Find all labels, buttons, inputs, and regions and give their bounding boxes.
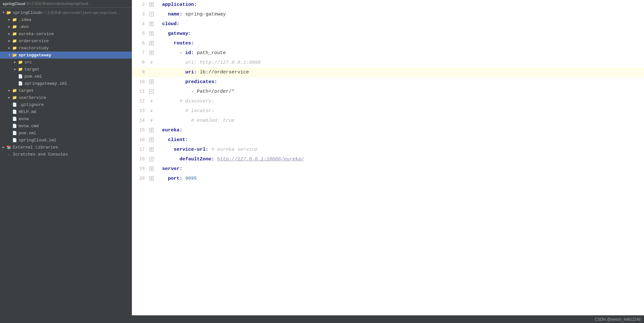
fold-button[interactable]: ▽ bbox=[149, 166, 154, 171]
fold-icon[interactable]: # bbox=[148, 106, 155, 116]
tree-arrow[interactable]: ▶ bbox=[7, 89, 12, 92]
tree-arrow[interactable]: ▶ bbox=[13, 67, 17, 71]
line-number: 12 bbox=[132, 97, 148, 106]
fold-icon[interactable]: # bbox=[148, 97, 155, 106]
fold-icon[interactable]: ▽ bbox=[148, 145, 155, 155]
code-line-6: 6▽ routes: bbox=[132, 39, 644, 48]
tree-arrow[interactable]: ▶ bbox=[7, 32, 12, 36]
tree-item-scratches[interactable]: ✏Scratches and Consoles bbox=[0, 151, 132, 158]
fold-icon[interactable]: ▽ bbox=[148, 0, 155, 10]
tree-item-orderservice[interactable]: ▶📁orderservice bbox=[0, 37, 132, 44]
tree-sublabel: D:\工作目录\dev\code\java\springCloud... bbox=[41, 10, 123, 15]
tree-label-help-md: HELP.md bbox=[19, 109, 36, 114]
tree-item-idea[interactable]: ▶📁.idea bbox=[0, 16, 132, 23]
fold-icon[interactable] bbox=[148, 68, 155, 77]
tree-item-springgateway[interactable]: ▼📂springgateway bbox=[0, 52, 132, 59]
tree-item-pom-xml[interactable]: 📄pom.xml bbox=[0, 73, 132, 80]
tree-label-springgateway: springgateway bbox=[19, 53, 51, 58]
line-number: 17 bbox=[132, 145, 148, 155]
tree-arrow[interactable]: ▶ bbox=[1, 145, 6, 149]
code-line-13: 13# # locator: bbox=[132, 106, 644, 116]
line-number: 5 bbox=[132, 29, 148, 39]
tree-item-springgateway-iml[interactable]: 📄springgateway.iml bbox=[0, 80, 132, 87]
fold-icon[interactable]: ▽ bbox=[148, 135, 155, 145]
fold-icon[interactable]: ▽ bbox=[148, 164, 155, 174]
statusbar-label: CSDN @weixin_44612246 bbox=[595, 317, 641, 322]
fold-button[interactable]: − bbox=[149, 89, 154, 94]
tree-item-src[interactable]: ▶📁src bbox=[0, 59, 132, 66]
line-number: 2 bbox=[132, 0, 148, 10]
fold-icon[interactable]: ▽ bbox=[148, 77, 155, 87]
fold-icon[interactable]: ▽ bbox=[148, 48, 155, 58]
line-number: 9 bbox=[132, 68, 148, 77]
tree-item-mvnw-cmd[interactable]: 📄mvnw.cmd bbox=[0, 122, 132, 129]
tree-label-reactorstudy: reactorstudy bbox=[19, 46, 49, 51]
fold-button[interactable]: ▽ bbox=[149, 31, 154, 36]
line-number: 16 bbox=[132, 135, 148, 145]
tree-icon-target: 📁 bbox=[17, 67, 23, 71]
tree-item-mvn[interactable]: ▶📁.mvn bbox=[0, 23, 132, 30]
fold-icon[interactable]: ▽ bbox=[148, 39, 155, 48]
tree-item-userservice[interactable]: ▶📁userService bbox=[0, 94, 132, 101]
fold-icon[interactable]: ▽ bbox=[148, 126, 155, 135]
fold-button[interactable]: ▽ bbox=[149, 22, 154, 26]
tree-arrow[interactable]: ▶ bbox=[7, 25, 12, 29]
tree-icon-springcloud-iml: 📄 bbox=[12, 138, 17, 142]
tree-arrow[interactable]: ▶ bbox=[7, 39, 12, 43]
code-content: cloud: bbox=[155, 19, 644, 29]
fold-icon[interactable]: ▽ bbox=[148, 174, 155, 184]
tree-arrow[interactable]: ▶ bbox=[13, 60, 17, 64]
fold-button[interactable]: ▽ bbox=[149, 80, 154, 84]
fold-button[interactable]: ▽ bbox=[149, 51, 154, 55]
tree-arrow[interactable]: ▼ bbox=[1, 11, 6, 14]
code-line-7: 7▽ - id: path_route bbox=[132, 48, 644, 58]
fold-button[interactable]: − bbox=[149, 12, 154, 16]
sidebar: springCloud D:\工作目录\dev\code\java\spring… bbox=[0, 0, 132, 323]
fold-icon[interactable]: − bbox=[148, 155, 155, 164]
sidebar-header: springCloud D:\工作目录\dev\code\java\spring… bbox=[0, 0, 132, 8]
tree-item-mvnw[interactable]: 📄mvnw bbox=[0, 115, 132, 122]
fold-button[interactable]: ▽ bbox=[149, 147, 154, 152]
fold-button[interactable]: ▽ bbox=[149, 2, 154, 7]
code-content: # enabled: true bbox=[155, 116, 644, 126]
tree-icon-pom-xml: 📄 bbox=[17, 74, 23, 79]
tree-arrow[interactable]: ▶ bbox=[7, 46, 12, 50]
fold-icon[interactable]: ▽ bbox=[148, 29, 155, 39]
fold-button[interactable]: ▽ bbox=[149, 138, 154, 142]
fold-button[interactable]: ▽ bbox=[149, 128, 154, 132]
tree-item-target2[interactable]: ▶📁target bbox=[0, 87, 132, 94]
tree-item-help-md[interactable]: 📄HELP.md bbox=[0, 108, 132, 115]
tree-item-springcloud-iml[interactable]: 📄springCloud.iml bbox=[0, 137, 132, 144]
fold-button[interactable]: ▽ bbox=[149, 41, 154, 45]
tree-icon-mvnw: 📄 bbox=[12, 117, 17, 121]
fold-button[interactable]: ▽ bbox=[149, 176, 154, 181]
tree-label-src: src bbox=[24, 60, 32, 65]
tree-label-scratches: Scratches and Consoles bbox=[13, 152, 68, 157]
tree-item-target[interactable]: ▶📁target bbox=[0, 66, 132, 73]
fold-icon[interactable]: − bbox=[148, 10, 155, 19]
code-content: # locator: bbox=[155, 106, 644, 116]
tree-label-springcloud-iml: springCloud.iml bbox=[19, 138, 56, 143]
tree-item-ext-libs[interactable]: ▶📚External Libraries bbox=[0, 144, 132, 151]
line-number: 4 bbox=[132, 19, 148, 29]
tree-label-userservice: userService bbox=[19, 95, 46, 100]
fold-icon[interactable]: − bbox=[148, 87, 155, 97]
tree-arrow[interactable]: ▼ bbox=[7, 53, 12, 57]
fold-icon[interactable]: # bbox=[148, 116, 155, 126]
code-content: server: bbox=[155, 164, 644, 174]
tree-item-pom-root[interactable]: 📄pom.xml bbox=[0, 129, 132, 137]
fold-icon[interactable]: # bbox=[148, 58, 155, 68]
fold-icon[interactable]: ▽ bbox=[148, 19, 155, 29]
tree-icon-src: 📁 bbox=[17, 60, 23, 64]
tree-item-springcloud-root[interactable]: ▼📂springCloud D:\工作目录\dev\code\java\spri… bbox=[0, 9, 132, 16]
tree-arrow[interactable]: ▶ bbox=[7, 18, 12, 22]
tree-icon-scratches: ✏ bbox=[6, 152, 12, 157]
tree-item-gitignore[interactable]: 📄.gitignore bbox=[0, 101, 132, 108]
fold-button[interactable]: − bbox=[149, 157, 154, 161]
tree-item-reactorstudy[interactable]: ▶📁reactorstudy bbox=[0, 44, 132, 52]
tree-item-eureka-service[interactable]: ▶📁eureka-service bbox=[0, 30, 132, 37]
project-name: springCloud bbox=[3, 2, 25, 6]
tree-label-target2: target bbox=[19, 88, 34, 93]
tree-arrow[interactable]: ▶ bbox=[7, 96, 12, 100]
code-line-5: 5▽ gateway: bbox=[132, 29, 644, 39]
